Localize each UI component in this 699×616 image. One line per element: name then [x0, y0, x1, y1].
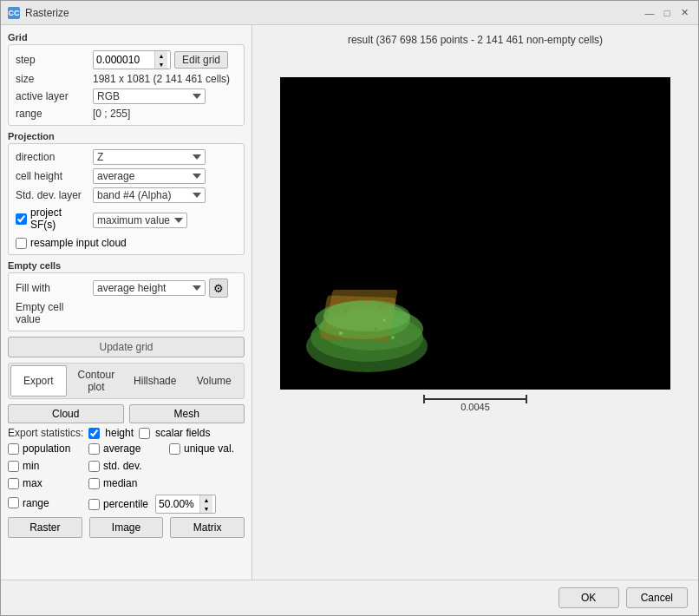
range-row: range [0 ; 255]	[16, 108, 237, 120]
project-sf-row: project SF(s) maximum value minimum valu…	[16, 206, 237, 233]
projection-section-header: Projection	[8, 131, 245, 141]
percentile-down-button[interactable]: ▼	[200, 504, 212, 513]
average-label: average	[103, 442, 140, 455]
min-label: min	[23, 460, 39, 472]
scalar-fields-checkbox[interactable]	[139, 428, 150, 439]
percentile-input[interactable]	[156, 497, 199, 511]
update-grid-button[interactable]: Update grid	[8, 337, 245, 357]
resample-checkbox[interactable]	[16, 238, 27, 249]
tab-hillshade[interactable]: Hillshade	[126, 365, 184, 396]
percentile-input-spin[interactable]: ▲ ▼	[155, 495, 216, 514]
range-value: [0 ; 255]	[93, 108, 130, 120]
tabs-row: Export Contour plot Hillshade Volume	[8, 363, 245, 399]
matrix-button[interactable]: Matrix	[170, 517, 245, 538]
checkboxes-grid: population average unique val. min	[8, 442, 245, 514]
step-row: step ▲ ▼ Edit grid	[16, 50, 237, 69]
direction-label: direction	[16, 151, 89, 163]
unique-val-checkbox[interactable]	[169, 443, 180, 455]
close-button[interactable]: ✕	[677, 6, 691, 20]
range-checkbox-row: range	[8, 495, 83, 511]
grid-section: Grid step ▲ ▼ Edit grid	[8, 32, 245, 126]
svg-point-16	[379, 306, 382, 309]
cell-height-row: cell height average min max median	[16, 168, 237, 184]
window-controls: — □ ✕	[643, 6, 691, 20]
svg-point-15	[353, 306, 356, 309]
export-tab-content: Cloud Mesh Export statistics: height sca…	[8, 404, 245, 538]
svg-point-12	[383, 319, 386, 322]
scale-tick-left	[423, 395, 425, 403]
tab-export[interactable]: Export	[10, 365, 67, 396]
percentile-checkbox[interactable]	[88, 499, 100, 510]
image-button[interactable]: Image	[89, 517, 164, 538]
active-layer-label: active layer	[16, 90, 89, 102]
svg-point-9	[374, 327, 377, 331]
percentile-up-button[interactable]: ▲	[200, 495, 212, 504]
project-sf-label: project SF(s)	[30, 206, 89, 231]
median-checkbox[interactable]	[88, 478, 100, 489]
range-export-checkbox[interactable]	[8, 497, 19, 508]
tab-volume[interactable]: Volume	[186, 365, 242, 396]
size-label: size	[16, 73, 89, 85]
cancel-button[interactable]: Cancel	[626, 587, 688, 608]
std-dev-layer-label: Std. dev. layer	[16, 189, 89, 201]
svg-point-6	[323, 300, 410, 331]
bottom-buttons-row: Raster Image Matrix	[8, 517, 245, 538]
cloud-mesh-row: Cloud Mesh	[8, 404, 245, 423]
grid-section-box: step ▲ ▼ Edit grid size 1981 x 1081 (2	[8, 44, 245, 126]
step-spin-buttons: ▲ ▼	[154, 51, 167, 69]
max-row: max	[8, 477, 83, 489]
size-row: size 1981 x 1081 (2 141 461 cells)	[16, 73, 237, 85]
resample-row: resample input cloud	[16, 237, 237, 249]
empty-cell-value-label: Empty cell value	[16, 301, 89, 325]
right-panel: result (367 698 156 points - 2 141 461 n…	[252, 25, 698, 580]
size-value: 1981 x 1081 (2 141 461 cells)	[93, 73, 230, 85]
step-input[interactable]	[94, 53, 154, 67]
average-checkbox[interactable]	[88, 443, 100, 455]
svg-point-10	[391, 336, 395, 339]
scale-tick-right	[526, 395, 527, 403]
cell-height-select[interactable]: average min max median	[93, 168, 206, 184]
std-dev-layer-select[interactable]: band #4 (Alpha)	[93, 187, 206, 203]
step-label: step	[16, 54, 89, 66]
ok-cancel-row: OK Cancel	[1, 580, 698, 615]
title-bar: CC Rasterize — □ ✕	[1, 1, 698, 25]
fill-with-select[interactable]: average height minimum height maximum he…	[93, 280, 206, 296]
project-sf-checkbox[interactable]	[16, 213, 27, 225]
project-sf-select[interactable]: maximum value minimum value average valu…	[93, 213, 187, 228]
active-layer-select[interactable]: RGB Red Green Blue Alpha	[93, 88, 206, 104]
height-checkbox[interactable]	[88, 428, 100, 439]
scalar-fields-checkbox-label: scalar fields	[155, 427, 210, 439]
fill-with-gear-button[interactable]: ⚙	[209, 279, 228, 298]
tab-contour-plot[interactable]: Contour plot	[69, 365, 125, 396]
step-up-button[interactable]: ▲	[155, 51, 167, 60]
svg-point-11	[349, 341, 351, 344]
range-label: range	[16, 108, 89, 120]
edit-grid-button[interactable]: Edit grid	[174, 51, 228, 69]
percentile-spin-buttons: ▲ ▼	[199, 495, 212, 513]
scale-bar	[423, 398, 527, 400]
direction-select[interactable]: Z X Y	[93, 149, 206, 165]
scale-value-label: 0.0045	[461, 402, 490, 412]
step-down-button[interactable]: ▼	[155, 60, 167, 69]
average-row: average	[88, 442, 164, 455]
mesh-button[interactable]: Mesh	[129, 404, 245, 423]
max-checkbox[interactable]	[8, 478, 19, 489]
maximize-button[interactable]: □	[660, 6, 674, 20]
cloud-button[interactable]: Cloud	[8, 404, 124, 423]
projection-section: Projection direction Z X Y cell height	[8, 131, 245, 255]
left-panel: Grid step ▲ ▼ Edit grid	[1, 25, 252, 580]
fill-with-row: Fill with average height minimum height …	[16, 279, 237, 298]
min-checkbox[interactable]	[8, 461, 19, 472]
min-row: min	[8, 460, 83, 472]
result-text: result (367 698 156 points - 2 141 461 n…	[348, 25, 603, 51]
std-dev-checkbox[interactable]	[88, 461, 100, 472]
std-dev-label: std. dev.	[103, 460, 141, 472]
raster-button[interactable]: Raster	[8, 517, 82, 538]
step-input-spin[interactable]: ▲ ▼	[93, 50, 171, 69]
median-row: median	[88, 477, 164, 489]
population-checkbox[interactable]	[8, 443, 19, 455]
empty-cells-section-box: Fill with average height minimum height …	[8, 272, 245, 331]
minimize-button[interactable]: —	[643, 6, 657, 20]
ok-button[interactable]: OK	[559, 587, 619, 608]
rasterize-window: CC Rasterize — □ ✕ Grid step	[0, 0, 699, 616]
